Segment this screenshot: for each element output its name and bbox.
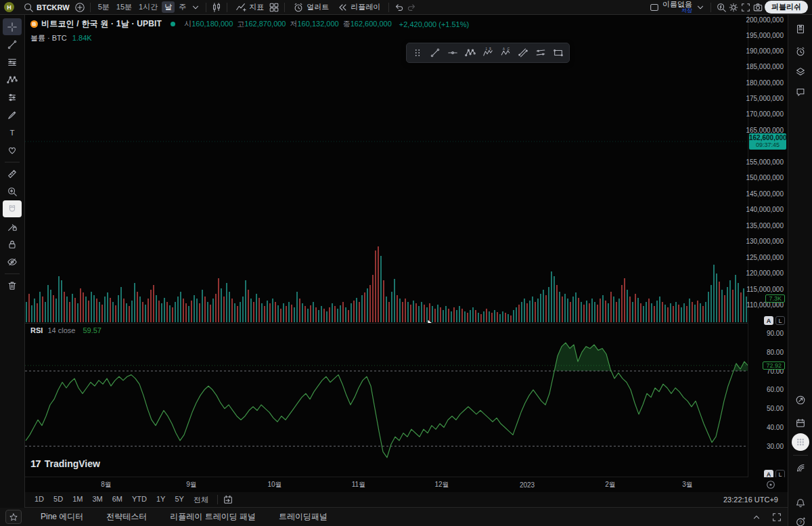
scroll-to-realtime-icon[interactable] xyxy=(765,479,776,490)
right-sidebar: ? xyxy=(788,15,812,526)
compare-add-icon[interactable] xyxy=(74,2,85,13)
snapshot-camera-icon[interactable] xyxy=(752,2,763,13)
tool-text-tool[interactable]: T xyxy=(3,124,22,141)
main-chart-pane[interactable]: B 비트코인 / 한국 원 · 1날 · UPBIT 시160,180,000고… xyxy=(25,15,748,324)
symbol-search-button[interactable]: BTCKRW xyxy=(20,1,73,14)
save-link[interactable]: 저장 xyxy=(681,7,692,14)
ohlc-고: 고162,870,000 xyxy=(237,19,286,28)
float-xabcd-pattern[interactable] xyxy=(462,45,478,61)
replay-button[interactable]: 리플레이 xyxy=(334,1,384,14)
sidebar-object-tree[interactable] xyxy=(791,63,810,80)
market-status-dot[interactable] xyxy=(171,22,175,26)
indicators-button[interactable]: 지표 xyxy=(232,1,267,14)
interval-날[interactable]: 날 xyxy=(162,1,175,13)
publish-button[interactable]: 퍼블리쉬 xyxy=(765,1,808,14)
chevron-down-icon[interactable] xyxy=(190,2,201,13)
sidebar-ideas[interactable] xyxy=(791,391,810,408)
sidebar-help[interactable]: ? xyxy=(791,513,810,526)
range-1D[interactable]: 1D xyxy=(30,494,48,506)
float-horizontal-line[interactable] xyxy=(445,45,461,61)
axis-tick: 50.00 xyxy=(767,405,784,412)
rsi-pane[interactable]: RSI 14 close 59.57 17 TradingView xyxy=(25,324,748,477)
axis-tick: 30.00 xyxy=(767,443,784,450)
chart-type-icon[interactable] xyxy=(211,2,222,13)
time-axis[interactable]: 8월9월10월11월12월20232월3월 xyxy=(25,477,788,492)
range-YTD[interactable]: YTD xyxy=(128,494,151,506)
interval-주[interactable]: 주 xyxy=(176,1,189,13)
tool-hide-all-drawings[interactable] xyxy=(3,253,22,270)
range-1M[interactable]: 1M xyxy=(68,494,87,506)
sidebar-apps[interactable] xyxy=(792,433,809,451)
auto-scale-button[interactable]: A xyxy=(764,316,773,325)
tool-brush-tool[interactable] xyxy=(3,106,22,123)
sidebar-calendar[interactable] xyxy=(791,414,810,431)
tool-stay-in-drawing-mode[interactable] xyxy=(3,218,22,235)
panel-maximize-icon[interactable] xyxy=(771,512,782,523)
layout-select-icon[interactable] xyxy=(649,2,660,13)
float-abc-pattern[interactable]: AC xyxy=(497,45,514,61)
bottom-tab[interactable]: 리플레이 트레이딩 패널 xyxy=(170,511,256,523)
tool-fib-retracement-tool[interactable] xyxy=(3,53,22,70)
symbol-title[interactable]: 비트코인 / 한국 원 · 1날 · UPBIT xyxy=(41,18,162,30)
layout-chevron-icon[interactable] xyxy=(695,2,706,13)
svg-text:5: 5 xyxy=(489,47,491,51)
float-flat-channel[interactable] xyxy=(533,45,549,61)
float-rectangle[interactable] xyxy=(550,45,566,61)
undo-icon[interactable] xyxy=(394,2,405,13)
panel-expand-icon[interactable] xyxy=(751,512,762,523)
range-5D[interactable]: 5D xyxy=(49,494,67,506)
floating-drawing-toolbar[interactable]: 15AC xyxy=(406,43,570,63)
tool-pattern-tool[interactable] xyxy=(3,71,22,88)
user-avatar[interactable]: H xyxy=(4,2,14,12)
goto-date-icon[interactable] xyxy=(223,494,233,505)
range-3M[interactable]: 3M xyxy=(88,494,106,506)
float-parallel-channel[interactable] xyxy=(515,45,531,61)
range-전체[interactable]: 전체 xyxy=(189,494,212,506)
interval-1시간[interactable]: 1시간 xyxy=(136,1,160,13)
indicator-templates-icon[interactable] xyxy=(269,2,279,13)
tool-emoji-tool[interactable] xyxy=(3,141,22,158)
interval-5분[interactable]: 5분 xyxy=(95,1,112,13)
bottom-tab[interactable]: Pine 에디터 xyxy=(41,511,83,523)
tool-prediction-tool[interactable] xyxy=(3,89,22,106)
tool-lock-all-drawings[interactable] xyxy=(3,236,22,253)
favorites-toolbar-toggle[interactable] xyxy=(5,510,22,524)
time-tick-8월: 8월 xyxy=(101,480,112,489)
tool-measure-tool[interactable] xyxy=(3,165,22,182)
interval-15분[interactable]: 15분 xyxy=(114,1,135,13)
sidebar-notifications[interactable] xyxy=(791,494,810,511)
eye-hide-icon xyxy=(7,257,18,267)
rsi-legend[interactable]: RSI 14 close 59.57 xyxy=(30,326,102,334)
redo-icon[interactable] xyxy=(406,2,417,13)
sidebar-chat[interactable] xyxy=(791,83,810,100)
range-1Y[interactable]: 1Y xyxy=(152,494,169,506)
bottom-tab[interactable]: 트레이딩패널 xyxy=(279,511,328,523)
float-drag-handle[interactable] xyxy=(409,45,426,61)
bottom-tab[interactable]: 전략테스터 xyxy=(106,511,147,523)
tool-magnet-tool[interactable] xyxy=(3,200,22,217)
float-trend-line[interactable] xyxy=(427,45,443,61)
clock-utc[interactable]: 23:22:16 UTC+9 xyxy=(723,496,778,504)
range-6M[interactable]: 6M xyxy=(108,494,127,506)
sidebar-alerts[interactable] xyxy=(791,43,810,60)
tool-cursor-crosshair[interactable] xyxy=(3,18,22,35)
sidebar-streams[interactable] xyxy=(791,459,810,476)
settings-gear-icon[interactable] xyxy=(728,2,739,13)
sidebar-watchlist[interactable] xyxy=(791,20,810,37)
tool-remove-all-drawings[interactable] xyxy=(3,277,22,294)
layout-name-block[interactable]: 이름없음 저장 xyxy=(662,1,692,14)
quick-search-icon[interactable] xyxy=(716,2,727,13)
replay-icon xyxy=(337,2,348,13)
fullscreen-icon[interactable] xyxy=(740,2,751,13)
range-5Y[interactable]: 5Y xyxy=(171,494,187,506)
float-elliott-wave[interactable]: 15 xyxy=(480,45,496,61)
watchlist-icon xyxy=(795,24,806,35)
tool-zoom-in-tool[interactable] xyxy=(3,183,22,200)
price-axis[interactable]: 200,000,000195,000,000190,000,000185,000… xyxy=(748,15,788,477)
tradingview-watermark[interactable]: 17 TradingView xyxy=(30,458,100,469)
log-scale-button[interactable]: L xyxy=(775,316,785,325)
alert-button[interactable]: 얼러트 xyxy=(290,1,332,14)
tool-trend-line-tool[interactable] xyxy=(3,36,22,53)
pane-divider[interactable] xyxy=(25,323,788,324)
volume-legend[interactable]: 볼륨 · BTC 1.84K xyxy=(30,33,469,43)
